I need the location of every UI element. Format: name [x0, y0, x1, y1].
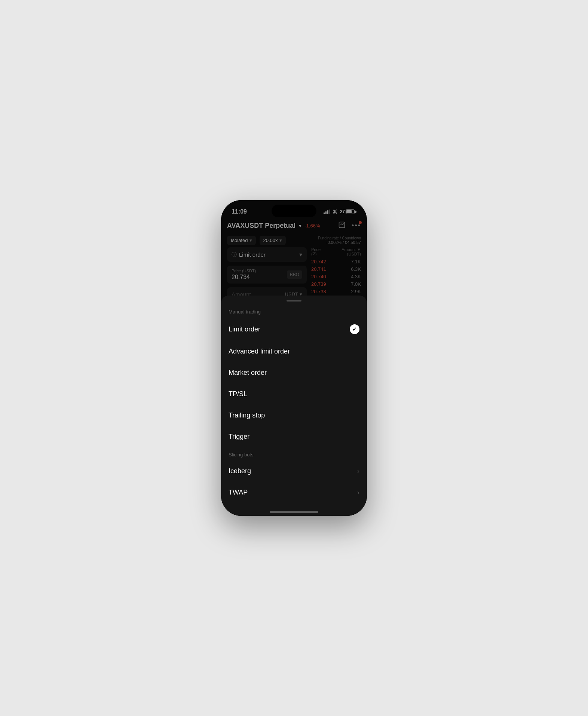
sheet-handle	[287, 300, 301, 302]
section-manual-label: Manual trading	[221, 305, 367, 318]
sheet-item-market-order[interactable]: Market order	[221, 362, 367, 383]
sheet-item-limit-order[interactable]: Limit order ✓	[221, 318, 367, 341]
section-slicing-label: Slicing bots	[221, 447, 367, 460]
tpsl-label: TP/SL	[229, 390, 247, 398]
bottom-sheet: Manual trading Limit order ✓ Advanced li…	[221, 296, 367, 516]
limit-order-label: Limit order	[229, 325, 260, 333]
advanced-limit-label: Advanced limit order	[229, 348, 290, 355]
sheet-item-tpsl[interactable]: TP/SL	[221, 383, 367, 405]
iceberg-chevron-icon: ›	[357, 467, 359, 475]
sheet-item-iceberg[interactable]: Iceberg ›	[221, 460, 367, 482]
twap-label: TWAP	[229, 489, 248, 496]
market-order-label: Market order	[229, 369, 267, 377]
phone-screen: 11:09 ⌘ 27 AVAXUSDT Perpetual ▼	[221, 200, 367, 516]
home-indicator	[270, 511, 318, 513]
twap-chevron-icon: ›	[357, 489, 359, 496]
sheet-item-trigger[interactable]: Trigger	[221, 426, 367, 447]
limit-order-check: ✓	[350, 324, 359, 334]
sheet-item-twap[interactable]: TWAP ›	[221, 482, 367, 503]
phone-frame: 11:09 ⌘ 27 AVAXUSDT Perpetual ▼	[221, 200, 367, 516]
iceberg-label: Iceberg	[229, 467, 251, 475]
trigger-label: Trigger	[229, 433, 249, 441]
sheet-item-trailing-stop[interactable]: Trailing stop	[221, 405, 367, 426]
trailing-stop-label: Trailing stop	[229, 411, 265, 419]
sheet-item-advanced-limit[interactable]: Advanced limit order	[221, 341, 367, 362]
